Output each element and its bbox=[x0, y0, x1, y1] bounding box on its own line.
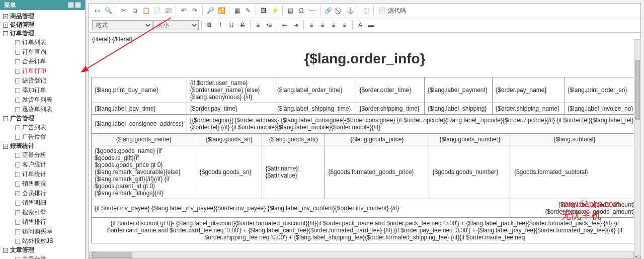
tool-cut[interactable]: ✂ bbox=[119, 6, 129, 16]
tool-align-justify[interactable]: ≡ bbox=[340, 20, 350, 30]
menu-item-label: 销售明细 bbox=[22, 199, 46, 207]
editor-content[interactable]: {literal} {/literal} {$lang.order_info} … bbox=[89, 33, 640, 251]
tool-paste[interactable]: 📋 bbox=[141, 6, 151, 16]
menu-item-site-js[interactable]: ·站外投放JS bbox=[15, 236, 85, 246]
leaf-icon: · bbox=[15, 182, 20, 187]
tool-bold[interactable]: B bbox=[204, 20, 214, 30]
expand-icon: − bbox=[3, 248, 8, 253]
leaf-icon: · bbox=[15, 107, 20, 112]
tool-image[interactable]: 🖼 bbox=[259, 6, 269, 16]
menu-item-merge-order[interactable]: ·合并订单 bbox=[15, 57, 85, 66]
menu-item-ad-list[interactable]: ·广告列表 bbox=[15, 123, 85, 132]
menu-min-icon[interactable] bbox=[68, 2, 74, 8]
goods-cell: {$goods.goods_number} bbox=[429, 145, 511, 199]
menu-item-label: 流量分析 bbox=[22, 151, 46, 159]
menu-group-orders[interactable]: −订单管理 bbox=[3, 29, 85, 38]
menu-item-customer[interactable]: ·客户统计 bbox=[15, 160, 85, 169]
tool-ul[interactable]: •≡ bbox=[264, 20, 274, 30]
tool-replace[interactable]: 🔁 bbox=[216, 6, 226, 16]
leaf-icon: · bbox=[15, 201, 20, 206]
menu-group-reports[interactable]: −报表统计 bbox=[3, 142, 85, 150]
menu-item-visit-buy[interactable]: ·访问购买率 bbox=[15, 227, 85, 236]
tool-special[interactable]: Ω bbox=[296, 6, 306, 16]
menu-item-label: 订单查询 bbox=[22, 48, 46, 56]
h-scroll-thumb[interactable] bbox=[92, 252, 132, 258]
tool-paste-word[interactable]: 📰 bbox=[163, 6, 173, 16]
menu-group-articles[interactable]: −文章管理 bbox=[3, 246, 85, 254]
tool-textcolor[interactable]: A bbox=[355, 20, 365, 30]
goods-cell: {$goods.goods_sn} bbox=[196, 145, 262, 199]
menu-item-oos[interactable]: ·缺货登记 bbox=[15, 76, 85, 85]
menu-group-label: 文章管理 bbox=[10, 246, 34, 254]
tool-anchor[interactable]: ⚓ bbox=[345, 6, 355, 16]
menu-item-search-eng[interactable]: ·搜索引擎 bbox=[15, 208, 85, 217]
literal-text: {literal} {/literal} bbox=[92, 36, 638, 43]
menu-group-label: 订单管理 bbox=[10, 29, 34, 38]
inv-right-cell: {$lang.label_goods_amount}{$order.format… bbox=[511, 199, 638, 218]
tool-clearfmt[interactable]: ✎ bbox=[243, 6, 253, 16]
tool-undo[interactable]: ↶ bbox=[179, 6, 189, 16]
tool-unlink[interactable]: ⃠ bbox=[334, 6, 344, 16]
menu-group-promo[interactable]: +促销管理 bbox=[3, 21, 85, 29]
menu-item-order-stat[interactable]: ·订单统计 bbox=[15, 169, 85, 179]
leaf-icon: · bbox=[15, 59, 20, 64]
tool-link[interactable]: 🔗 bbox=[323, 6, 333, 16]
source-button[interactable]: 📄 源代码 bbox=[376, 6, 408, 16]
menu-item-sales-detail[interactable]: ·销售明细 bbox=[15, 198, 85, 208]
leaf-icon: · bbox=[15, 239, 20, 244]
tool-find[interactable]: 🔎 bbox=[205, 6, 215, 16]
menu-item-sales-rank[interactable]: ·销售排行 bbox=[15, 217, 85, 227]
menu-title: 菜单 bbox=[4, 0, 16, 10]
menu-item-delivery-list[interactable]: ·发货单列表 bbox=[15, 95, 85, 105]
tool-ol[interactable]: ≡ bbox=[253, 20, 263, 30]
tool-paste-text[interactable]: 📄 bbox=[152, 6, 162, 16]
tool-align-right[interactable]: ≡ bbox=[329, 20, 339, 30]
goods-cell: {$attr.name}: {$attr.value} bbox=[262, 145, 325, 199]
tool-align-center[interactable]: ≡ bbox=[317, 20, 328, 30]
tool-align-left[interactable]: ≡ bbox=[306, 20, 316, 30]
tool-outdent[interactable]: ⇤ bbox=[280, 20, 290, 30]
menu-item-order-print[interactable]: ·订单打印 bbox=[15, 66, 85, 76]
menu-item-add-order[interactable]: ·添加订单 bbox=[15, 85, 85, 95]
tool-table[interactable]: ▤ bbox=[285, 6, 295, 16]
tool-underline[interactable]: U bbox=[226, 20, 236, 30]
info-cell: {$lang.label_invoice_no} bbox=[565, 103, 638, 115]
tool-strike[interactable]: S bbox=[237, 20, 248, 30]
v-scrollbar[interactable] bbox=[634, 39, 641, 256]
menu-tree: +商品管理+促销管理−订单管理·订单列表·订单查询·合并订单·订单打印·缺货登记… bbox=[0, 10, 85, 259]
v-scroll-thumb[interactable] bbox=[635, 60, 640, 120]
size-select[interactable]: 大小 bbox=[153, 20, 199, 30]
tool-redo[interactable]: ↷ bbox=[190, 6, 200, 16]
tool-new[interactable]: ▭ bbox=[92, 6, 102, 16]
editor: ▭ 🔍 ✂ ⧉ 📋 📄 📰 ↶ ↷ 🔎 🔁 ▦ ✎ 🖼 ⚡ bbox=[89, 3, 641, 259]
tool-flash[interactable]: ⚡ bbox=[270, 6, 280, 16]
info-cell: {$order.shipping_name} bbox=[493, 103, 565, 115]
leaf-icon: · bbox=[15, 88, 20, 93]
tool-copy[interactable]: ⧉ bbox=[130, 6, 140, 16]
menu-item-member-rank[interactable]: ·会员排行 bbox=[15, 189, 85, 198]
toolbar-row-2: 格式 大小 B I U S ≡ •≡ ⇤ ⇥ ≡ ≡ ≡ ≡ bbox=[89, 18, 640, 33]
tool-indent[interactable]: ⇥ bbox=[291, 20, 301, 30]
tool-preview[interactable]: 🔍 bbox=[103, 6, 113, 16]
tool-italic[interactable]: I bbox=[215, 20, 225, 30]
menu-group-goods[interactable]: +商品管理 bbox=[3, 12, 85, 21]
menu-item-sales-over[interactable]: ·销售概况 bbox=[15, 179, 85, 189]
menu-item-flow[interactable]: ·流量分析 bbox=[15, 150, 85, 160]
tool-bgcolor[interactable]: ▬ bbox=[366, 20, 376, 30]
tool-hr[interactable]: ― bbox=[307, 6, 317, 16]
page-title: {$lang.order_info} bbox=[91, 51, 638, 67]
menu-item-order-list[interactable]: ·订单列表 bbox=[15, 38, 85, 47]
tool-selectall[interactable]: ▦ bbox=[232, 6, 242, 16]
info-cell: {$order.order_time} bbox=[356, 77, 425, 103]
tool-blocks[interactable]: ⬚ bbox=[361, 6, 371, 16]
menu-coll-icon[interactable] bbox=[75, 2, 81, 8]
menu-group-ads[interactable]: −广告管理 bbox=[3, 114, 85, 123]
menu-item-ad-pos[interactable]: ·广告位置 bbox=[15, 132, 85, 142]
h-scrollbar[interactable]: ◀ ▶ bbox=[89, 251, 640, 258]
goods-header: {$lang.goods_sn} bbox=[196, 134, 262, 145]
menu-item-article-cat[interactable]: ·文章分类 bbox=[15, 254, 85, 259]
menu-item-order-query[interactable]: ·订单查询 bbox=[15, 47, 85, 57]
format-select[interactable]: 格式 bbox=[92, 20, 152, 30]
menu-item-return-list[interactable]: ·退货单列表 bbox=[15, 105, 85, 114]
menu-item-label: 添加订单 bbox=[22, 86, 46, 95]
